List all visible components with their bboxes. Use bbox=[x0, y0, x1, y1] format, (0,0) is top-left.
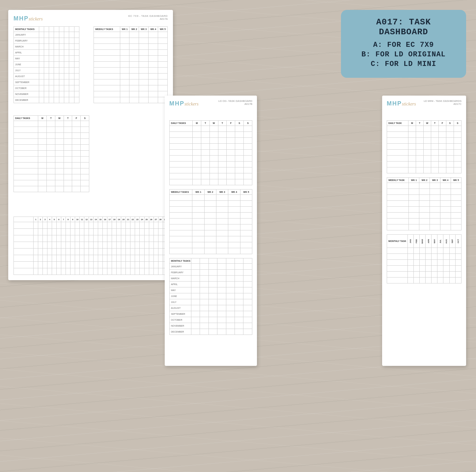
row-cell bbox=[438, 132, 446, 138]
month-cell bbox=[226, 329, 235, 335]
daily-section-b: DAILY TASKS M T W T F S S bbox=[169, 120, 252, 185]
row-cell bbox=[227, 132, 235, 138]
number-cell bbox=[84, 222, 89, 229]
month-cell bbox=[54, 74, 59, 79]
row-cell bbox=[38, 151, 47, 157]
number-cell bbox=[52, 249, 57, 255]
row-cell bbox=[407, 278, 413, 283]
row-cell bbox=[423, 162, 431, 167]
month-cell bbox=[39, 32, 44, 38]
number-cell bbox=[117, 255, 121, 262]
number-cell bbox=[70, 222, 75, 229]
row-cell bbox=[218, 156, 227, 162]
number-cell bbox=[144, 268, 149, 275]
row-label bbox=[387, 219, 409, 224]
row-cell bbox=[38, 127, 47, 133]
row-cell bbox=[158, 68, 168, 74]
number-cell bbox=[94, 255, 98, 262]
row-cell bbox=[455, 266, 461, 272]
row-cell bbox=[244, 138, 252, 144]
row-cell bbox=[55, 174, 64, 180]
number-cell bbox=[135, 249, 140, 255]
month-cell bbox=[209, 323, 217, 329]
number-header: 15 bbox=[98, 217, 103, 222]
number-cell bbox=[103, 222, 107, 229]
row-cell bbox=[204, 224, 216, 230]
row-label bbox=[387, 248, 408, 254]
month-cell bbox=[217, 276, 226, 281]
row-cell bbox=[437, 254, 443, 260]
row-cell bbox=[430, 201, 440, 207]
row-cell bbox=[149, 91, 158, 97]
number-cell bbox=[154, 249, 158, 255]
row-cell bbox=[454, 132, 461, 138]
row-cell bbox=[440, 207, 451, 213]
logo-mhp-c: MHP bbox=[387, 100, 402, 107]
row-cell bbox=[193, 144, 201, 150]
number-cell bbox=[112, 235, 117, 242]
row-cell bbox=[201, 144, 210, 150]
row-label bbox=[94, 50, 120, 56]
row-cell bbox=[430, 219, 440, 224]
row-label bbox=[387, 254, 408, 260]
month-cell bbox=[243, 299, 252, 305]
row-label bbox=[170, 173, 193, 179]
row-cell bbox=[454, 144, 461, 150]
number-grid-a: 1234567891011121314151617181920212223242… bbox=[14, 217, 168, 275]
month-cell bbox=[74, 50, 79, 56]
number-cell bbox=[89, 249, 94, 255]
row-cell bbox=[158, 62, 168, 68]
row-cell bbox=[431, 126, 438, 132]
number-cell bbox=[89, 222, 94, 229]
row-cell bbox=[81, 180, 89, 186]
row-cell bbox=[38, 180, 47, 186]
month-cell bbox=[191, 323, 200, 329]
number-cell bbox=[38, 235, 43, 242]
row-cell bbox=[432, 272, 437, 278]
number-cell bbox=[57, 242, 61, 249]
row-cell bbox=[193, 162, 201, 167]
number-header: 5 bbox=[52, 217, 57, 222]
month-cell bbox=[235, 305, 243, 311]
number-cell bbox=[126, 249, 130, 255]
month-cell bbox=[200, 305, 209, 311]
card-a-title2: A017A bbox=[128, 17, 168, 20]
number-cell bbox=[61, 249, 66, 255]
month-cell bbox=[209, 264, 217, 270]
row-cell bbox=[81, 121, 89, 127]
month-cell bbox=[64, 68, 69, 74]
row-label bbox=[387, 132, 408, 138]
row-cell bbox=[227, 179, 235, 185]
month-cell bbox=[59, 91, 64, 97]
month-cell bbox=[69, 62, 74, 68]
row-cell bbox=[47, 186, 55, 192]
weekly-tasks-a: WEEKLY TASKS WK 1 WK 2 WK 3 WK 4 WK 5 bbox=[94, 26, 168, 103]
daily-table-b: DAILY TASKS M T W T F S S bbox=[169, 120, 252, 185]
month-cell bbox=[191, 311, 200, 317]
number-cell bbox=[34, 222, 38, 229]
row-cell bbox=[244, 173, 252, 179]
monthly-header-a: MONTHLY TASKS bbox=[14, 27, 39, 32]
number-cell bbox=[66, 242, 70, 249]
number-cell bbox=[80, 242, 84, 249]
row-cell bbox=[81, 168, 89, 174]
row-cell bbox=[438, 150, 446, 156]
month-cell bbox=[54, 38, 59, 44]
monthly-table-b: MONTHLY TASKS JANUARYFEBRUARYMARCHAPRILM… bbox=[169, 258, 252, 335]
info-box: A017: Task Dashboard A: For EC 7x9 B: Fo… bbox=[341, 10, 466, 78]
month-cell bbox=[54, 91, 59, 97]
number-header: 11 bbox=[80, 217, 84, 222]
number-cell bbox=[34, 242, 38, 249]
number-cell bbox=[107, 268, 112, 275]
month-label: MAY bbox=[170, 287, 191, 293]
row-cell bbox=[227, 167, 235, 173]
row-label bbox=[387, 138, 408, 144]
row-label bbox=[14, 180, 38, 186]
row-label bbox=[94, 56, 120, 62]
row-label bbox=[14, 151, 38, 157]
row-cell bbox=[193, 167, 201, 173]
number-cell bbox=[89, 255, 94, 262]
month-cell bbox=[74, 79, 79, 85]
number-cell bbox=[47, 268, 52, 275]
row-label bbox=[170, 162, 193, 167]
